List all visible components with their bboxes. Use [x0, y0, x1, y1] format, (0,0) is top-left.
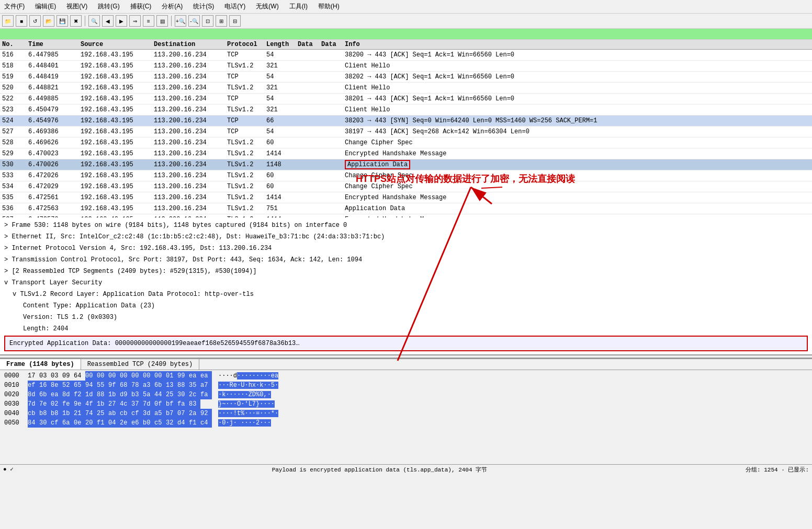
- hex-offset: 0030: [2, 399, 26, 409]
- hex-byte: ef: [28, 381, 39, 390]
- hex-ascii-char: e: [233, 382, 237, 389]
- cell-col-dst: 113.200.16.234: [152, 182, 225, 191]
- cell-col-proto: TCP: [225, 50, 264, 60]
- table-row[interactable]: 5226.449885192.168.43.195113.200.16.234T…: [0, 94, 812, 105]
- cell-col-data2: [319, 72, 343, 82]
- cell-col-data1: [296, 160, 319, 169]
- menu-item[interactable]: 电话(Y): [222, 1, 247, 12]
- toolbar-zoom-fit-btn[interactable]: ⊡: [202, 15, 213, 27]
- cell-col-info: 38203 → 443 [SYN] Seq=0 Win=64240 Len=0 …: [343, 116, 812, 125]
- toolbar: 📁 ■ ↺ 📂 💾 ✖ 🔍 ◀ ▶ ⇒ ≡ ▤ +🔍 -🔍 ⊡ ⊞ ⊟: [0, 14, 812, 29]
- menu-item[interactable]: 编辑(E): [33, 1, 58, 12]
- detail-pane[interactable]: > Frame 530: 1148 bytes on wire (9184 bi…: [0, 217, 812, 359]
- toolbar-search-btn[interactable]: 🔍: [88, 15, 100, 27]
- hex-offset: 0020: [2, 390, 26, 399]
- cell-col-data1: [296, 61, 319, 71]
- toolbar-restart-btn[interactable]: ↺: [29, 15, 41, 27]
- hex-byte: a5: [154, 409, 166, 418]
- detail-tcp[interactable]: > Transmission Control Protocol, Src Por…: [2, 254, 810, 266]
- hex-byte: 52: [62, 381, 74, 390]
- table-row[interactable]: 5166.447985192.168.43.195113.200.16.234T…: [0, 50, 812, 61]
- table-row[interactable]: 5246.454976192.168.43.195113.200.16.234T…: [0, 116, 812, 126]
- hex-ascii-char: ·: [230, 400, 233, 408]
- table-row[interactable]: 5196.448419192.168.43.195113.200.16.234T…: [0, 72, 812, 83]
- cell-col-src: 192.168.43.195: [78, 160, 152, 169]
- table-row[interactable]: 5296.470023192.168.43.195113.200.16.234T…: [0, 148, 812, 159]
- toolbar-open-btn[interactable]: 📂: [43, 15, 54, 27]
- menu-item[interactable]: 帮助(H): [316, 1, 342, 12]
- cell-col-data2: [319, 193, 343, 202]
- detail-version[interactable]: Version: TLS 1.2 (0x0303): [2, 312, 810, 323]
- col-header-destination: Destination: [152, 41, 225, 48]
- toolbar-zoom-in-btn[interactable]: +🔍: [175, 15, 186, 27]
- menu-item[interactable]: 跳转(G): [96, 1, 121, 12]
- hex-bytes: 7d 7e 02 fe 9e 4f 1b 27 4c 37 7d 0f bf f…: [26, 399, 214, 409]
- table-row[interactable]: 5366.472563192.168.43.195113.200.16.234T…: [0, 203, 812, 214]
- table-row[interactable]: 5206.448821192.168.43.195113.200.16.234T…: [0, 83, 812, 94]
- hex-ascii-char: ·: [225, 382, 229, 389]
- toolbar-stop-btn[interactable]: ■: [16, 15, 27, 27]
- detail-content-type[interactable]: Content Type: Application Data (23): [2, 300, 810, 312]
- detail-tls-record[interactable]: v TLSv1.2 Record Layer: Application Data…: [2, 289, 810, 300]
- packet-list-pane[interactable]: No. Time Source Destination Protocol Len…: [0, 40, 812, 217]
- cell-col-data2: [319, 83, 343, 93]
- toolbar-detail-btn[interactable]: ▤: [156, 15, 168, 27]
- detail-frame[interactable]: > Frame 530: 1148 bytes on wire (9184 bi…: [2, 220, 810, 231]
- cell-col-no: 529: [0, 149, 26, 158]
- hex-ascii-char: ·: [275, 382, 278, 389]
- hex-ascii-char: ·: [271, 400, 275, 408]
- toolbar-zoom-out-btn[interactable]: -🔍: [188, 15, 200, 27]
- toolbar-close-btn[interactable]: ✖: [70, 15, 82, 27]
- hex-byte: 2a: [189, 409, 200, 418]
- table-row[interactable]: 5236.450479192.168.43.195113.200.16.234T…: [0, 105, 812, 116]
- toolbar-fwd-btn[interactable]: ▶: [116, 15, 127, 27]
- cell-col-proto: TCP: [225, 72, 264, 82]
- detail-ip[interactable]: > Internet Protocol Version 4, Src: 192.…: [2, 243, 810, 254]
- toolbar-zoom-reset-btn[interactable]: ⊞: [216, 15, 227, 27]
- hex-ascii-char: ·: [252, 372, 256, 380]
- toolbar-list-btn[interactable]: ≡: [143, 15, 154, 27]
- toolbar-jump-btn[interactable]: ⇒: [129, 15, 141, 27]
- toolbar-save-btn[interactable]: 💾: [57, 15, 68, 27]
- menu-item[interactable]: 统计(S): [191, 1, 216, 12]
- hex-row: 00307d 7e 02 fe 9e 4f 1b 27 4c 37 7d 0f …: [2, 399, 810, 409]
- hex-byte: 55: [97, 381, 108, 390]
- menu-item[interactable]: 无线(W): [254, 1, 280, 12]
- table-row[interactable]: 5356.472561192.168.43.195113.200.16.234T…: [0, 192, 812, 203]
- table-row[interactable]: 5276.469386192.168.43.195113.200.16.234T…: [0, 126, 812, 137]
- toolbar-pane-btn[interactable]: ⊟: [229, 15, 241, 27]
- hex-byte: 88: [97, 390, 108, 399]
- tab-frame[interactable]: Frame (1148 bytes): [0, 359, 81, 370]
- cell-col-len: 54: [264, 127, 296, 136]
- cell-col-len: 54: [264, 72, 296, 82]
- menu-item[interactable]: 捕获(C): [128, 1, 154, 12]
- table-row[interactable]: 5306.470026192.168.43.195113.200.16.234T…: [0, 159, 812, 170]
- hex-ascii-char: ·: [225, 400, 229, 408]
- cell-col-proto: TLSv1.2: [225, 149, 264, 158]
- detail-ethernet[interactable]: > Ethernet II, Src: IntelCor_c2:c2:48 (1…: [2, 231, 810, 243]
- menu-item[interactable]: 工具(I): [287, 1, 310, 12]
- detail-encrypted[interactable]: Encrypted Application Data: 000000000000…: [4, 336, 808, 351]
- hex-byte: 7d: [28, 399, 39, 409]
- table-row[interactable]: 5286.469626192.168.43.195113.200.16.234T…: [0, 137, 812, 148]
- menu-item[interactable]: 视图(V): [64, 1, 89, 12]
- detail-reassembled[interactable]: > [2 Reassembled TCP Segments (2409 byte…: [2, 266, 810, 277]
- tab-reassembled[interactable]: Reassembled TCP (2409 bytes): [81, 359, 200, 370]
- hex-row: 0040cb b8 b8 1b 21 74 25 ab cb cf 3d a5 …: [2, 409, 810, 418]
- cell-col-time: 6.469386: [26, 127, 78, 136]
- menu-item[interactable]: 文件(F): [2, 1, 27, 12]
- detail-tls[interactable]: v Transport Layer Security: [2, 277, 810, 289]
- hex-byte: 25: [97, 409, 108, 418]
- table-row[interactable]: 5346.472029192.168.43.195113.200.16.234T…: [0, 181, 812, 192]
- menu-item[interactable]: 分析(A): [160, 1, 185, 12]
- toolbar-file-btn[interactable]: 📁: [2, 15, 14, 27]
- packet-rows: 5166.447985192.168.43.195113.200.16.234T…: [0, 50, 812, 217]
- table-row[interactable]: 5336.472026192.168.43.195113.200.16.234T…: [0, 170, 812, 181]
- filter-input[interactable]: ip.dst==113.200.16.234: [3, 30, 809, 38]
- cell-col-len: 60: [264, 138, 296, 147]
- cell-col-proto: TLSv1.2: [225, 105, 264, 114]
- table-row[interactable]: 5186.448401192.168.43.195113.200.16.234T…: [0, 61, 812, 72]
- cell-col-time: 6.470023: [26, 149, 78, 158]
- detail-length[interactable]: Length: 2404: [2, 323, 810, 335]
- toolbar-back-btn[interactable]: ◀: [102, 15, 114, 27]
